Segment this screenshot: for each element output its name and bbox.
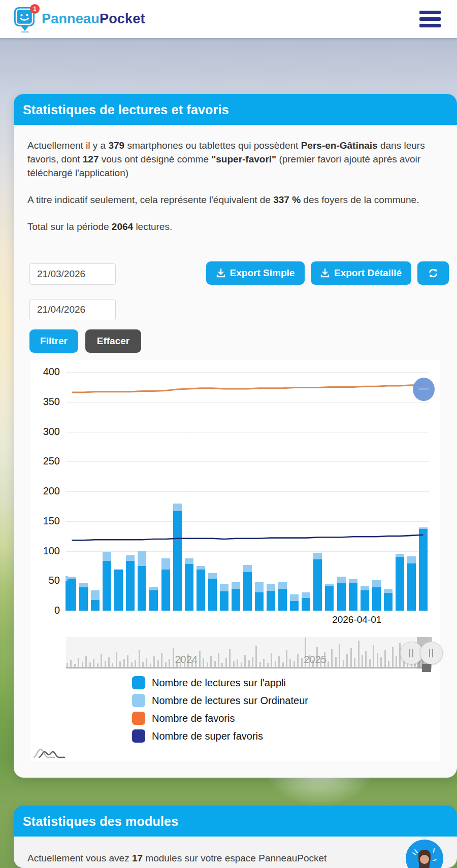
- scrollbar-preview-bar: [101, 654, 102, 667]
- scrollbar-preview-bar: [157, 660, 159, 667]
- scrollbar-preview-bar: [255, 646, 257, 667]
- scrollbar-preview-bar: [139, 650, 140, 667]
- y-axis-tick-label: 50: [30, 575, 60, 586]
- chart-lines: [66, 360, 429, 624]
- legend-swatch: [132, 694, 145, 707]
- scrollbar-preview-bar: [225, 658, 227, 667]
- scrollbar-preview-bar: [89, 662, 91, 667]
- scrollbar-preview-bar: [119, 661, 121, 667]
- scrollbar-preview-bar: [142, 662, 144, 667]
- scrollbar-preview-bar: [221, 663, 223, 667]
- scrollbar-preview-bar: [78, 658, 79, 667]
- legend-label: Nombre de lectures sur Ordinateur: [152, 695, 308, 707]
- scrollbar-preview-bar: [358, 641, 360, 667]
- stats-modules-body: Actuellement vous avez 17 modules sur vo…: [14, 837, 457, 868]
- y-axis-tick-label: 150: [30, 515, 60, 527]
- scrollbar-corner-handle[interactable]: [422, 664, 431, 672]
- scrollbar-preview-bar: [263, 659, 265, 667]
- legend-swatch: [132, 729, 145, 743]
- scrollbar-preview-bar: [214, 661, 216, 667]
- stats-modules-card: Statistiques des modules Actuellement vo…: [14, 806, 457, 868]
- legend-item[interactable]: Nombre de lectures sur l'appli: [132, 676, 308, 689]
- scrollbar-preview-bar: [146, 658, 147, 667]
- amcharts-logo-icon[interactable]: [32, 745, 66, 759]
- chart-y-axis: 050100150200250300350400: [30, 360, 61, 624]
- export-detail-label: Export Détaillé: [334, 268, 402, 279]
- scrollbar-preview-bar: [97, 663, 99, 667]
- chart-legend: Nombre de lectures sur l'appliNombre de …: [132, 676, 308, 747]
- legend-label: Nombre de lectures sur l'appli: [152, 677, 286, 689]
- refresh-button[interactable]: [417, 261, 449, 285]
- y-axis-tick-label: 0: [30, 605, 60, 616]
- chart-scrollbar[interactable]: 20242025: [66, 637, 429, 669]
- scrollbar-preview-bar: [237, 659, 238, 667]
- date-to-input[interactable]: [29, 299, 116, 320]
- modules-title: Statistiques des modules: [23, 814, 447, 829]
- hamburger-icon[interactable]: [416, 8, 444, 30]
- scrollbar-preview-bar: [108, 657, 110, 667]
- scrollbar-preview-bar: [252, 657, 253, 667]
- clear-label: Effacer: [97, 336, 129, 347]
- scrollbar-preview-bar: [365, 651, 367, 667]
- scrollbar-preview-bar: [350, 648, 352, 667]
- chart-plot-area[interactable]: 2026-04-01: [66, 360, 429, 624]
- scrollbar-preview-bar: [373, 645, 374, 667]
- households-equivalent-text: A titre indicatif seulement, cela représ…: [27, 193, 444, 207]
- y-axis-tick-label: 400: [30, 366, 60, 378]
- legend-item[interactable]: Nombre de super favoris: [132, 729, 308, 743]
- scrollbar-preview-bar: [297, 654, 299, 667]
- scrollbar-preview-bar: [105, 661, 106, 667]
- legend-label: Nombre de favoris: [152, 713, 235, 724]
- scrollbar-preview-bar: [259, 662, 261, 667]
- scrollbar-preview-bar: [135, 660, 136, 667]
- scrollbar-preview-bar: [343, 660, 344, 667]
- scrollbar-preview-bar: [282, 662, 284, 667]
- scrollbar-preview-bar: [278, 656, 280, 667]
- scrollbar-preview-bar: [384, 650, 386, 667]
- scrollbar-preview-bar: [123, 659, 125, 667]
- scrollbar-preview-bar: [207, 662, 208, 667]
- filter-controls: Export Simple Export Détaillé Filtrer Ef…: [27, 247, 444, 339]
- scrollbar-preview-bar: [377, 653, 378, 667]
- scrollbar-preview-bar: [165, 662, 167, 667]
- app-header: 1 PanneauPocket: [0, 0, 457, 38]
- date-from-input[interactable]: [29, 263, 116, 285]
- scrollbar-preview-bar: [328, 661, 329, 667]
- scrollbar-preview-bar: [244, 655, 246, 667]
- filter-button[interactable]: Filtrer: [29, 329, 78, 353]
- scrollbar-preview-bar: [335, 657, 337, 667]
- export-simple-button[interactable]: Export Simple: [206, 261, 305, 285]
- x-axis-tick-label: 2026-04-01: [332, 614, 381, 625]
- export-simple-label: Export Simple: [230, 268, 295, 279]
- scrollbar-preview-bar: [271, 653, 272, 667]
- scrollbar-preview-bar: [218, 653, 219, 667]
- scrollbar-preview-bar: [116, 652, 117, 667]
- scrollbar-preview-bar: [173, 648, 174, 667]
- filter-label: Filtrer: [40, 336, 68, 347]
- stats-lectures-card: Statistiques de lectures et favoris Actu…: [14, 94, 457, 778]
- scrollbar-baseline: [66, 667, 429, 669]
- scrollbar-preview-bar: [380, 657, 382, 667]
- scrollbar-preview-bar: [301, 658, 303, 667]
- page-title: Statistiques de lectures et favoris: [23, 103, 447, 117]
- scrollbar-preview-bar: [362, 655, 363, 667]
- scrollbar-year-label: 2024: [175, 654, 198, 665]
- scrollbar-preview-bar: [93, 659, 94, 667]
- scrollbar-preview-bar: [169, 659, 170, 667]
- smiley-pin-icon: 1: [13, 6, 37, 32]
- chart-cursor-handle[interactable]: [413, 378, 435, 401]
- legend-item[interactable]: Nombre de favoris: [132, 712, 308, 725]
- modules-summary-text: Actuellement vous avez 17 modules sur vo…: [27, 852, 444, 865]
- scrollbar-preview-bar: [241, 662, 242, 667]
- legend-label: Nombre de super favoris: [152, 730, 263, 742]
- clear-button[interactable]: Effacer: [85, 329, 141, 353]
- scrollbar-preview-bar: [392, 647, 394, 667]
- export-detail-button[interactable]: Export Détaillé: [311, 261, 411, 285]
- app-logo[interactable]: 1 PanneauPocket: [13, 6, 145, 32]
- favorites-summary-text: Actuellement il y a 379 smartphones ou t…: [27, 139, 444, 180]
- scrollbar-grip-end[interactable]: [420, 642, 443, 664]
- notification-badge: 1: [30, 4, 40, 14]
- legend-item[interactable]: Nombre de lectures sur Ordinateur: [132, 694, 308, 707]
- scrollbar-preview-bar: [82, 662, 83, 667]
- scrollbar-preview-bar: [203, 658, 204, 667]
